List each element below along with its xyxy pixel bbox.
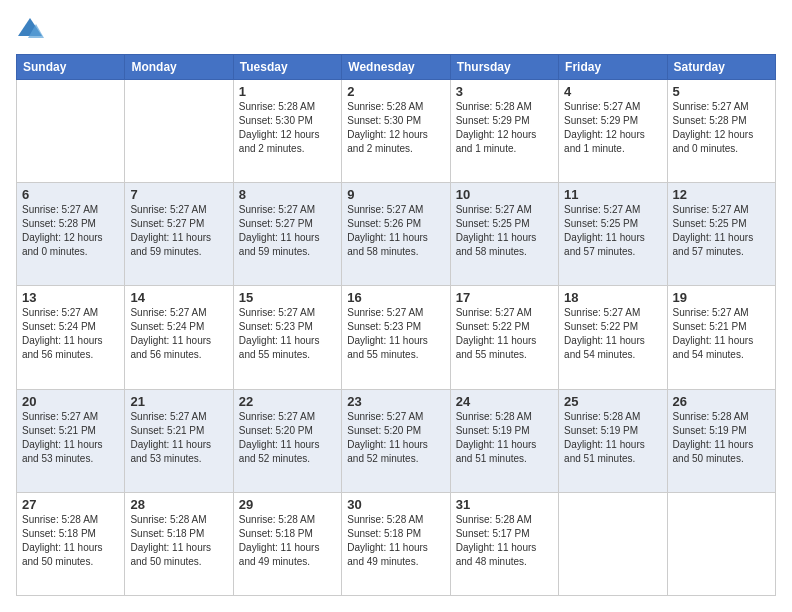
week-row-3: 13Sunrise: 5:27 AMSunset: 5:24 PMDayligh… [17,286,776,389]
day-info: Sunrise: 5:27 AMSunset: 5:22 PMDaylight:… [456,306,553,362]
day-number: 23 [347,394,444,409]
day-cell: 18Sunrise: 5:27 AMSunset: 5:22 PMDayligh… [559,286,667,389]
day-cell: 21Sunrise: 5:27 AMSunset: 5:21 PMDayligh… [125,389,233,492]
day-cell: 14Sunrise: 5:27 AMSunset: 5:24 PMDayligh… [125,286,233,389]
day-cell: 12Sunrise: 5:27 AMSunset: 5:25 PMDayligh… [667,183,775,286]
day-info: Sunrise: 5:27 AMSunset: 5:23 PMDaylight:… [347,306,444,362]
day-number: 5 [673,84,770,99]
day-cell: 9Sunrise: 5:27 AMSunset: 5:26 PMDaylight… [342,183,450,286]
week-row-4: 20Sunrise: 5:27 AMSunset: 5:21 PMDayligh… [17,389,776,492]
day-cell [667,492,775,595]
day-number: 9 [347,187,444,202]
day-cell: 5Sunrise: 5:27 AMSunset: 5:28 PMDaylight… [667,80,775,183]
day-info: Sunrise: 5:28 AMSunset: 5:29 PMDaylight:… [456,100,553,156]
week-row-1: 1Sunrise: 5:28 AMSunset: 5:30 PMDaylight… [17,80,776,183]
day-info: Sunrise: 5:28 AMSunset: 5:18 PMDaylight:… [22,513,119,569]
calendar-table: SundayMondayTuesdayWednesdayThursdayFrid… [16,54,776,596]
day-cell: 17Sunrise: 5:27 AMSunset: 5:22 PMDayligh… [450,286,558,389]
day-info: Sunrise: 5:27 AMSunset: 5:24 PMDaylight:… [130,306,227,362]
day-info: Sunrise: 5:28 AMSunset: 5:19 PMDaylight:… [673,410,770,466]
day-info: Sunrise: 5:27 AMSunset: 5:20 PMDaylight:… [239,410,336,466]
day-cell: 29Sunrise: 5:28 AMSunset: 5:18 PMDayligh… [233,492,341,595]
day-number: 7 [130,187,227,202]
day-cell: 19Sunrise: 5:27 AMSunset: 5:21 PMDayligh… [667,286,775,389]
day-cell: 2Sunrise: 5:28 AMSunset: 5:30 PMDaylight… [342,80,450,183]
day-info: Sunrise: 5:28 AMSunset: 5:30 PMDaylight:… [239,100,336,156]
day-info: Sunrise: 5:27 AMSunset: 5:25 PMDaylight:… [564,203,661,259]
day-cell: 10Sunrise: 5:27 AMSunset: 5:25 PMDayligh… [450,183,558,286]
day-info: Sunrise: 5:27 AMSunset: 5:20 PMDaylight:… [347,410,444,466]
logo [16,16,48,44]
day-cell [559,492,667,595]
day-number: 16 [347,290,444,305]
day-info: Sunrise: 5:27 AMSunset: 5:25 PMDaylight:… [456,203,553,259]
day-number: 29 [239,497,336,512]
day-cell: 11Sunrise: 5:27 AMSunset: 5:25 PMDayligh… [559,183,667,286]
day-cell: 22Sunrise: 5:27 AMSunset: 5:20 PMDayligh… [233,389,341,492]
day-number: 6 [22,187,119,202]
day-number: 10 [456,187,553,202]
weekday-header-saturday: Saturday [667,55,775,80]
day-info: Sunrise: 5:27 AMSunset: 5:29 PMDaylight:… [564,100,661,156]
day-cell: 7Sunrise: 5:27 AMSunset: 5:27 PMDaylight… [125,183,233,286]
day-cell: 4Sunrise: 5:27 AMSunset: 5:29 PMDaylight… [559,80,667,183]
day-cell: 28Sunrise: 5:28 AMSunset: 5:18 PMDayligh… [125,492,233,595]
day-cell: 31Sunrise: 5:28 AMSunset: 5:17 PMDayligh… [450,492,558,595]
day-cell: 23Sunrise: 5:27 AMSunset: 5:20 PMDayligh… [342,389,450,492]
weekday-header-friday: Friday [559,55,667,80]
page: SundayMondayTuesdayWednesdayThursdayFrid… [0,0,792,612]
day-cell [125,80,233,183]
day-info: Sunrise: 5:28 AMSunset: 5:17 PMDaylight:… [456,513,553,569]
day-cell: 30Sunrise: 5:28 AMSunset: 5:18 PMDayligh… [342,492,450,595]
day-cell: 8Sunrise: 5:27 AMSunset: 5:27 PMDaylight… [233,183,341,286]
day-number: 3 [456,84,553,99]
day-cell: 26Sunrise: 5:28 AMSunset: 5:19 PMDayligh… [667,389,775,492]
day-info: Sunrise: 5:27 AMSunset: 5:26 PMDaylight:… [347,203,444,259]
day-number: 4 [564,84,661,99]
day-info: Sunrise: 5:28 AMSunset: 5:30 PMDaylight:… [347,100,444,156]
day-number: 15 [239,290,336,305]
day-info: Sunrise: 5:27 AMSunset: 5:28 PMDaylight:… [673,100,770,156]
logo-icon [16,16,44,44]
day-info: Sunrise: 5:27 AMSunset: 5:22 PMDaylight:… [564,306,661,362]
day-number: 19 [673,290,770,305]
day-number: 30 [347,497,444,512]
weekday-header-tuesday: Tuesday [233,55,341,80]
day-number: 27 [22,497,119,512]
day-number: 8 [239,187,336,202]
week-row-5: 27Sunrise: 5:28 AMSunset: 5:18 PMDayligh… [17,492,776,595]
day-cell: 20Sunrise: 5:27 AMSunset: 5:21 PMDayligh… [17,389,125,492]
day-cell: 25Sunrise: 5:28 AMSunset: 5:19 PMDayligh… [559,389,667,492]
day-cell: 6Sunrise: 5:27 AMSunset: 5:28 PMDaylight… [17,183,125,286]
day-info: Sunrise: 5:27 AMSunset: 5:23 PMDaylight:… [239,306,336,362]
day-cell: 3Sunrise: 5:28 AMSunset: 5:29 PMDaylight… [450,80,558,183]
day-cell: 1Sunrise: 5:28 AMSunset: 5:30 PMDaylight… [233,80,341,183]
day-cell: 27Sunrise: 5:28 AMSunset: 5:18 PMDayligh… [17,492,125,595]
weekday-header-wednesday: Wednesday [342,55,450,80]
day-number: 26 [673,394,770,409]
weekday-header-monday: Monday [125,55,233,80]
header [16,16,776,44]
day-info: Sunrise: 5:28 AMSunset: 5:19 PMDaylight:… [564,410,661,466]
day-number: 20 [22,394,119,409]
day-number: 13 [22,290,119,305]
day-info: Sunrise: 5:27 AMSunset: 5:28 PMDaylight:… [22,203,119,259]
day-cell: 16Sunrise: 5:27 AMSunset: 5:23 PMDayligh… [342,286,450,389]
day-info: Sunrise: 5:27 AMSunset: 5:27 PMDaylight:… [130,203,227,259]
day-info: Sunrise: 5:28 AMSunset: 5:19 PMDaylight:… [456,410,553,466]
weekday-header-thursday: Thursday [450,55,558,80]
day-number: 22 [239,394,336,409]
day-number: 21 [130,394,227,409]
weekday-header-sunday: Sunday [17,55,125,80]
day-info: Sunrise: 5:28 AMSunset: 5:18 PMDaylight:… [239,513,336,569]
day-info: Sunrise: 5:27 AMSunset: 5:21 PMDaylight:… [22,410,119,466]
day-number: 24 [456,394,553,409]
day-number: 1 [239,84,336,99]
day-number: 11 [564,187,661,202]
day-info: Sunrise: 5:27 AMSunset: 5:25 PMDaylight:… [673,203,770,259]
day-info: Sunrise: 5:28 AMSunset: 5:18 PMDaylight:… [130,513,227,569]
week-row-2: 6Sunrise: 5:27 AMSunset: 5:28 PMDaylight… [17,183,776,286]
day-cell: 15Sunrise: 5:27 AMSunset: 5:23 PMDayligh… [233,286,341,389]
day-cell [17,80,125,183]
day-number: 25 [564,394,661,409]
